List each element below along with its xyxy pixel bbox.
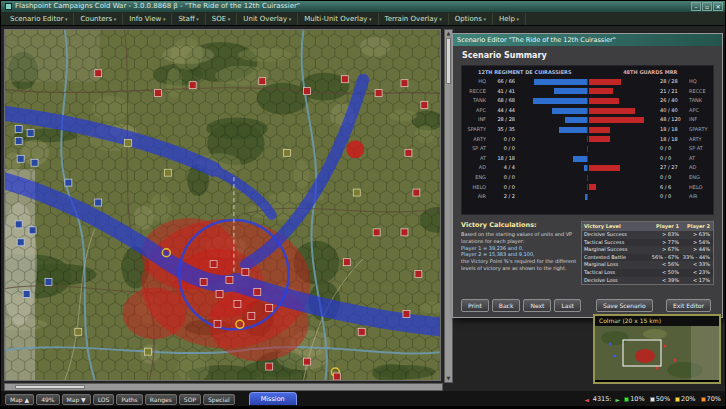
toolbar-paths-button[interactable]: Paths	[116, 394, 142, 405]
toolbar-sop-button[interactable]: SOP	[179, 394, 201, 405]
status-indicators: ◄ 4315: ► 10%50%20%70%	[584, 395, 721, 405]
menu-options[interactable]: Options	[449, 13, 493, 25]
chart-row-sparty: SPARTY35 / 3518 / 18SPARTY	[462, 125, 713, 135]
vertical-scroll-thumb[interactable]	[446, 38, 451, 84]
victory-row-tactical-success: Tactical Success> 77%> 54%	[582, 239, 713, 247]
scroll-down-icon[interactable]: ▼	[445, 375, 452, 382]
menu-unit-overlay[interactable]: Unit Overlay	[237, 13, 298, 25]
print-button[interactable]: Print	[461, 299, 489, 312]
player2-values: Player 2 = 15,383 and 9,100,	[461, 251, 535, 257]
titlebar: Flashpoint Campaigns Cold War - 3.0.0.88…	[1, 1, 725, 12]
status-indicator-2: 20%	[675, 395, 695, 403]
menu-soe[interactable]: SOE	[206, 13, 238, 25]
next-button[interactable]: Next	[523, 299, 551, 312]
maximize-button[interactable]: ▫	[702, 2, 712, 11]
scenario-summary-heading: Scenario Summary	[462, 51, 547, 60]
toolbar-los-button[interactable]: LOS	[93, 394, 115, 405]
chart-row-air: AIR2 / 20 / 0AIR	[462, 192, 713, 202]
minimap-title: Colmar (20 x 15 km)	[595, 316, 719, 326]
horizontal-scroll-thumb[interactable]	[15, 385, 85, 389]
status-indicator-3: 70%	[701, 395, 721, 403]
chart-row-at: AT18 / 180 / 0AT	[462, 154, 713, 164]
app-window: Flashpoint Campaigns Cold War - 3.0.0.88…	[0, 0, 726, 409]
chart-row-arty: ARTY0 / 018 / 18ARTY	[462, 135, 713, 145]
status-indicator-1: 50%	[650, 395, 670, 403]
dialog-buttons: PrintBackNextLast Save Scenario Exit Edi…	[461, 298, 714, 312]
menu-info-view[interactable]: Info View	[123, 13, 172, 25]
last-button[interactable]: Last	[554, 299, 581, 312]
victory-row-contested-battle: Contested Battle56% - 67%33% - 44%	[582, 254, 713, 262]
scenario-editor-dialog: Scenario Editor "The Ride of the 12th Cu…	[452, 33, 723, 318]
menubar: Scenario EditorCountersInfo ViewStaffSOE…	[1, 12, 725, 26]
chart-row-inf: INF28 / 2848 / 120INF	[462, 115, 713, 125]
chart-row-ad: AD4 / 427 / 27AD	[462, 163, 713, 173]
close-button[interactable]: ✕	[713, 2, 723, 11]
victory-row-marginal-loss: Marginal Loss< 56%< 33%	[582, 261, 713, 269]
app-icon	[5, 3, 12, 10]
menu-multi-unit-overlay[interactable]: Multi-Unit Overlay	[298, 13, 378, 25]
exit-editor-button[interactable]: Exit Editor	[666, 299, 711, 312]
menu-scenario-editor[interactable]: Scenario Editor	[4, 13, 74, 25]
menu-staff[interactable]: Staff	[172, 13, 205, 25]
chart-row-tank: TANK68 / 6826 / 40TANK	[462, 96, 713, 106]
map-canvas[interactable]	[5, 30, 440, 380]
map-horizontal-scrollbar[interactable]	[4, 383, 443, 391]
toolbar-special-button[interactable]: Special	[203, 394, 235, 405]
force-summary-chart: 12TH REGIMENT DE CUIRASSIERS 48TH GUARDS…	[461, 65, 714, 215]
victory-table-rows: Decisive Success> 83%> 63%Tactical Succe…	[582, 231, 713, 284]
player1-values: Player 1 = 39,236 and 0,	[461, 245, 524, 251]
toolbar-map-button[interactable]: Map ▲	[5, 394, 34, 405]
minimize-button[interactable]: –	[691, 2, 701, 11]
counter-right-arrow-icon[interactable]: ►	[616, 396, 621, 403]
scroll-up-icon[interactable]: ▲	[445, 30, 452, 37]
chart-row-sp-at: SP AT0 / 00 / 0SP AT	[462, 144, 713, 154]
right-force-header: 48TH GUARDS MRR	[588, 68, 714, 77]
minimap-canvas[interactable]	[595, 326, 719, 380]
mission-tab[interactable]: Mission	[249, 392, 297, 405]
chart-row-hq: HQ66 / 6628 / 28HQ	[462, 77, 713, 87]
toolbar-49-button[interactable]: 49%	[36, 394, 59, 405]
menu-counters[interactable]: Counters	[74, 13, 123, 25]
dialog-titlebar[interactable]: Scenario Editor "The Ride of the 12th Cu…	[453, 34, 722, 46]
main-area: ▲ ▼ Scenario Editor "The Ride of the 12t…	[1, 26, 725, 391]
victory-calculations-heading: Victory Calculations:	[461, 221, 577, 229]
chart-rows: HQ66 / 6628 / 28HQRECCE41 / 4121 / 21REC…	[462, 77, 713, 202]
victory-row-marginal-success: Marginal Success> 67%> 44%	[582, 246, 713, 254]
menu-help[interactable]: Help	[493, 13, 526, 25]
toolbar-map-button[interactable]: Map ▼	[62, 394, 91, 405]
status-indicator-0: 10%	[624, 395, 644, 403]
menu-terrain-overlay[interactable]: Terrain Overlay	[379, 13, 449, 25]
counter-left-arrow-icon[interactable]: ◄	[584, 396, 589, 403]
chart-row-helo: HELO0 / 06 / 6HELO	[462, 183, 713, 193]
chart-row-apc: APC44 / 4440 / 40APC	[462, 106, 713, 116]
back-button[interactable]: Back	[492, 299, 521, 312]
victory-row-tactical-loss: Tactical Loss< 50%< 23%	[582, 269, 713, 277]
victory-table: Victory Level Player 1 Player 2 Decisive…	[581, 221, 714, 285]
victory-row-decisive-loss: Decisive Loss< 39%< 17%	[582, 277, 713, 285]
window-title: Flashpoint Campaigns Cold War - 3.0.0.88…	[15, 1, 300, 12]
chart-row-recce: RECCE41 / 4121 / 21RECCE	[462, 87, 713, 97]
chart-row-eng: ENG0 / 00 / 0ENG	[462, 173, 713, 183]
victory-table-header: Victory Level Player 1 Player 2	[582, 222, 713, 231]
map-viewport[interactable]	[4, 29, 441, 381]
minimap-panel[interactable]: Colmar (20 x 15 km)	[593, 314, 721, 384]
left-force-header: 12TH REGIMENT DE CUIRASSIERS	[462, 68, 588, 77]
bottom-toolbar: Map ▲49%Map ▼LOSPathsRangesSOPSpecial Mi…	[1, 391, 725, 406]
victory-calculations-text: Based on the starting values of units an…	[461, 231, 577, 272]
turn-counter: 4315:	[593, 395, 612, 403]
toolbar-ranges-button[interactable]: Ranges	[145, 394, 177, 405]
victory-row-decisive-success: Decisive Success> 83%> 63%	[582, 231, 713, 239]
save-scenario-button[interactable]: Save Scenario	[596, 299, 653, 312]
